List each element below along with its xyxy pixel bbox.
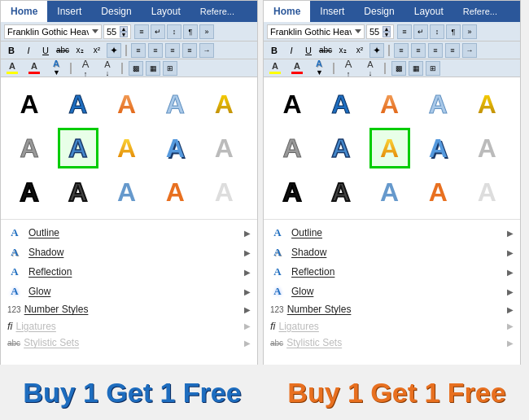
align-right-icon-left[interactable]: ≡ <box>165 43 180 58</box>
font-size-down-left[interactable]: ▼ <box>120 32 128 37</box>
wordart-cell-r2-1[interactable]: A <box>321 172 361 212</box>
font-size-decrease-btn-right[interactable]: A ↓ <box>362 59 378 77</box>
font-size-increase-btn-right[interactable]: A ↑ <box>340 58 356 78</box>
list-icon-left[interactable]: ≡ <box>134 24 149 39</box>
wordart-cell-r1-2[interactable]: A <box>369 128 410 168</box>
wordart-cell-r1-3[interactable]: A <box>418 128 458 168</box>
tab-insert-left[interactable]: Insert <box>47 1 91 22</box>
bold-btn-left[interactable]: B <box>4 44 19 57</box>
menu-numberstyles-left[interactable]: 123 Number Styles ▶ <box>1 301 257 317</box>
menu-ligatures-right[interactable]: fi Ligatures ▶ <box>264 317 520 335</box>
wordart-cell-0-2[interactable]: A <box>107 84 147 125</box>
wordart-cell-r1-1[interactable]: A <box>321 128 361 168</box>
text-effect-btn-right[interactable]: A ▼ <box>311 59 327 77</box>
italic-btn-left[interactable]: I <box>21 44 36 57</box>
tab-home-right[interactable]: Home <box>264 1 310 22</box>
wordart-cell-r0-4[interactable]: A <box>466 84 507 125</box>
eraser-icon-left[interactable]: ✦ <box>107 43 121 58</box>
font-size-spinner-left[interactable]: ▲ ▼ <box>120 26 128 37</box>
font-color-btn-left[interactable]: A <box>26 62 42 74</box>
borders-icon-right[interactable]: ⊞ <box>426 61 440 76</box>
wordart-cell-r1-0[interactable]: A <box>272 128 313 168</box>
highlight-color-btn-right[interactable]: A <box>267 62 283 74</box>
font-name-dropdown-right[interactable] <box>355 29 361 33</box>
wordart-cell-r0-0[interactable]: A <box>272 84 313 125</box>
spacing-icon-right[interactable]: ↕ <box>430 24 444 39</box>
strikethrough-btn-left[interactable]: abc <box>55 44 70 57</box>
tab-layout-left[interactable]: Layout <box>142 1 190 22</box>
subscript-btn-right[interactable]: x₂ <box>335 44 350 57</box>
font-size-decrease-btn-left[interactable]: A ↓ <box>99 59 116 77</box>
align-left-icon-left[interactable]: ≡ <box>131 43 146 58</box>
tab-design-left[interactable]: Design <box>91 1 141 22</box>
tab-home-left[interactable]: Home <box>1 1 47 22</box>
shading-icon-right[interactable]: ▦ <box>409 61 423 76</box>
para-icon-left[interactable]: ¶ <box>183 24 198 39</box>
wordart-cell-0-0[interactable]: A <box>9 84 50 125</box>
superscript-btn-left[interactable]: x² <box>90 44 104 57</box>
wordart-cell-0-1[interactable]: A <box>58 84 98 125</box>
font-size-up-right[interactable]: ▲ <box>383 26 391 32</box>
bold-btn-right[interactable]: B <box>267 44 282 57</box>
font-size-box-left[interactable]: 55 ▲ ▼ <box>103 24 131 39</box>
menu-outline-right[interactable]: A Outline ▶ <box>264 223 520 243</box>
wordart-cell-1-4[interactable]: A <box>203 128 244 168</box>
tab-insert-right[interactable]: Insert <box>310 1 354 22</box>
justify-icon-right[interactable]: ≡ <box>445 43 460 58</box>
menu-outline-left[interactable]: A Outline ▶ <box>1 223 257 243</box>
strikethrough-btn-right[interactable]: abc <box>318 44 333 57</box>
menu-reflection-right[interactable]: A Reflection ▶ <box>264 262 520 282</box>
menu-stylisticsets-left[interactable]: abc Stylistic Sets ▶ <box>1 335 257 351</box>
font-size-down-right[interactable]: ▼ <box>383 32 391 37</box>
eraser-icon-right[interactable]: ✦ <box>369 43 384 58</box>
tab-refere-right[interactable]: Refere... <box>453 1 507 22</box>
wordart-cell-r0-3[interactable]: A <box>418 84 458 125</box>
wordart-cell-r2-2[interactable]: A <box>369 172 410 212</box>
indent-icon-left[interactable]: ↵ <box>151 24 165 39</box>
shading-icon-left[interactable]: ▦ <box>146 61 160 76</box>
menu-glow-left[interactable]: A Glow ▶ <box>1 282 257 301</box>
wordart-cell-1-0[interactable]: A <box>9 128 50 168</box>
wordart-cell-1-1[interactable]: A <box>58 128 98 168</box>
rtl-icon-left[interactable]: → <box>199 43 214 58</box>
align-center-icon-right[interactable]: ≡ <box>411 43 426 58</box>
wordart-cell-r2-4[interactable]: A <box>466 172 507 212</box>
borders-icon-left[interactable]: ⊞ <box>163 61 177 76</box>
spacing-icon-left[interactable]: ↕ <box>167 24 181 39</box>
highlight-color-btn-left[interactable]: A <box>4 62 20 74</box>
superscript-btn-right[interactable]: x² <box>352 44 367 57</box>
align-center-icon-left[interactable]: ≡ <box>148 43 163 58</box>
wordart-cell-0-3[interactable]: A <box>155 84 195 125</box>
wordart-cell-2-1[interactable]: A <box>58 172 98 212</box>
font-color-btn-right[interactable]: A <box>289 62 305 74</box>
wordart-cell-2-2[interactable]: A <box>107 172 147 212</box>
subscript-btn-left[interactable]: x₂ <box>72 44 87 57</box>
align-left-icon-right[interactable]: ≡ <box>394 43 409 58</box>
menu-reflection-left[interactable]: A Reflection ▶ <box>1 262 257 282</box>
para-icon-right[interactable]: ¶ <box>446 24 461 39</box>
underline-btn-right[interactable]: U <box>301 44 316 57</box>
font-size-up-left[interactable]: ▲ <box>120 26 128 32</box>
wordart-cell-2-0[interactable]: A <box>9 172 50 212</box>
paint-bucket-icon-left[interactable]: ▩ <box>129 61 143 76</box>
wordart-cell-r1-4[interactable]: A <box>466 128 507 168</box>
wordart-cell-2-3[interactable]: A <box>155 172 195 212</box>
wordart-cell-r2-0[interactable]: A <box>272 172 313 212</box>
wordart-cell-r2-3[interactable]: A <box>418 172 458 212</box>
underline-btn-left[interactable]: U <box>38 44 53 57</box>
text-effect-btn-left[interactable]: A ▼ <box>48 59 64 77</box>
font-name-dropdown-left[interactable] <box>92 29 98 33</box>
wordart-cell-r0-1[interactable]: A <box>321 84 361 125</box>
paint-bucket-icon-right[interactable]: ▩ <box>391 61 406 76</box>
menu-shadow-left[interactable]: A Shadow ▶ <box>1 243 257 262</box>
italic-btn-right[interactable]: I <box>284 44 299 57</box>
menu-stylisticsets-right[interactable]: abc Stylistic Sets ▶ <box>264 335 520 351</box>
menu-ligatures-left[interactable]: fi Ligatures ▶ <box>1 317 257 335</box>
wordart-cell-1-2[interactable]: A <box>107 128 147 168</box>
wordart-cell-0-4[interactable]: A <box>203 84 244 125</box>
font-size-box-right[interactable]: 55 ▲ ▼ <box>366 24 394 39</box>
wordart-cell-1-3[interactable]: A <box>155 128 195 168</box>
list-icon-right[interactable]: ≡ <box>397 24 412 39</box>
more-icon-right[interactable]: » <box>462 24 477 39</box>
more-icon-left[interactable]: » <box>199 24 214 39</box>
